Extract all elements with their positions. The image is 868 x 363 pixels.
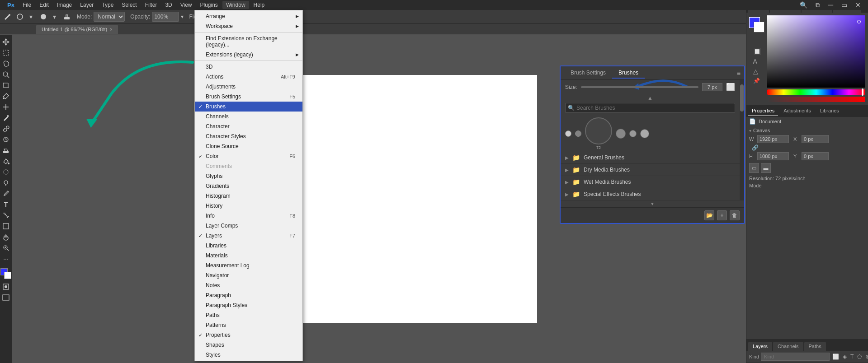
menu-actions[interactable]: Actions Alt+F9 — [195, 72, 302, 82]
menu-extensions-legacy[interactable]: Extensions (legacy) — [195, 50, 302, 60]
menu-character-styles[interactable]: Character Styles — [195, 131, 302, 141]
brush-options-icon[interactable] — [15, 12, 24, 21]
menu-window[interactable]: Window — [222, 1, 249, 9]
brush-preset-3-large[interactable]: 72 — [585, 117, 612, 150]
screen-mode[interactable] — [1, 293, 11, 302]
healing-tool[interactable] — [1, 102, 11, 112]
menu-paths[interactable]: Paths — [195, 310, 302, 320]
crop-tool[interactable] — [1, 80, 11, 90]
marquee-tool[interactable] — [1, 48, 11, 58]
tablet-icon[interactable]: ⬜ — [726, 83, 735, 91]
menu-help[interactable]: Help — [250, 1, 269, 9]
more-tools[interactable]: ··· — [1, 254, 11, 264]
stamp-icon[interactable] — [62, 12, 71, 21]
clone-stamp-tool[interactable] — [1, 124, 11, 134]
menu-layer-comps[interactable]: Layer Comps — [195, 221, 302, 231]
menu-histogram[interactable]: Histogram — [195, 191, 302, 201]
menu-libraries[interactable]: Libraries — [195, 241, 302, 251]
color-picker-icon[interactable]: 🔲 — [753, 48, 761, 55]
menu-materials[interactable]: Materials — [195, 251, 302, 261]
document-tab[interactable]: Untitled-1 @ 66/7% (RGB/8#) × — [36, 25, 118, 34]
filter-adjustment-icon[interactable]: ◈ — [842, 354, 848, 360]
brush-preset-4[interactable] — [616, 129, 626, 139]
color-spectrum[interactable] — [767, 15, 865, 88]
brush-preset-5[interactable] — [629, 130, 637, 137]
arrange-icon[interactable]: ⧉ — [812, 0, 824, 10]
height-input[interactable] — [757, 152, 789, 160]
dry-media-category[interactable]: ▶ 📁 Dry Media Brushes — [561, 164, 740, 176]
hand-tool[interactable] — [1, 232, 11, 242]
menu-find-extensions[interactable]: Find Extensions on Exchange (legacy)... — [195, 33, 302, 50]
properties-tab[interactable]: Properties — [748, 106, 778, 116]
menu-file[interactable]: File — [19, 1, 35, 9]
menu-select[interactable]: Select — [118, 1, 140, 9]
menu-gradients[interactable]: Gradients — [195, 181, 302, 191]
portrait-button[interactable]: ▭ — [749, 163, 759, 173]
quick-select-tool[interactable] — [1, 70, 11, 79]
minimize-button[interactable]: ─ — [825, 0, 837, 10]
menu-image[interactable]: Image — [53, 1, 75, 9]
hue-bar[interactable] — [767, 89, 865, 95]
size-slider[interactable] — [581, 86, 698, 88]
menu-filter[interactable]: Filter — [142, 1, 161, 9]
move-tool[interactable] — [1, 37, 11, 47]
menu-character[interactable]: Character — [195, 121, 302, 131]
filter-more-icon[interactable]: ⊕ — [864, 354, 868, 360]
menu-navigator[interactable]: Navigator — [195, 270, 302, 280]
brush-size-icon[interactable] — [39, 12, 48, 21]
menu-paragraph-styles[interactable]: Paragraph Styles — [195, 300, 302, 310]
lasso-tool[interactable] — [1, 59, 11, 69]
shape-tool[interactable] — [1, 221, 11, 231]
menu-paragraph[interactable]: Paragraph — [195, 290, 302, 300]
brush-preset-2[interactable] — [575, 130, 581, 137]
brushes-scroll-thumb[interactable] — [740, 84, 744, 112]
menu-view[interactable]: View — [177, 1, 196, 9]
text-tool-icon-right[interactable]: A — [753, 58, 761, 65]
brushes-scroll-track[interactable] — [740, 80, 744, 200]
filter-pixel-icon[interactable]: ⬜ — [831, 354, 840, 360]
search-icon[interactable]: 🔍 — [796, 0, 811, 9]
adjustments-tab[interactable]: Adjustments — [780, 106, 815, 116]
paint-bucket-tool[interactable] — [1, 156, 11, 166]
create-folder-button[interactable]: 📂 — [704, 210, 714, 220]
background-color-swatch[interactable] — [4, 272, 11, 279]
saturation-bar[interactable] — [767, 97, 865, 102]
brush-preset-6[interactable] — [640, 129, 649, 138]
brush-size-dropdown[interactable]: ▾ — [50, 12, 59, 21]
menu-properties[interactable]: Properties — [195, 330, 302, 340]
path-select-tool[interactable] — [1, 210, 11, 220]
menu-3d[interactable]: 3D — [195, 62, 302, 72]
menu-3d[interactable]: 3D — [161, 1, 175, 9]
menu-arrange[interactable]: Arrange — [195, 11, 302, 21]
brush-settings-tab[interactable]: Brush Settings — [564, 68, 612, 79]
special-effects-category[interactable]: ▶ 📁 Special Effects Brushes — [561, 188, 740, 200]
blur-tool[interactable] — [1, 167, 11, 177]
brushes-tab[interactable]: Brushes — [612, 68, 645, 79]
general-brushes-category[interactable]: ▶ 📁 General Brushes — [561, 152, 740, 164]
canvas-arrow[interactable]: ▾ — [749, 128, 751, 133]
opacity-dropdown[interactable]: ▾ — [181, 14, 184, 20]
text-tool[interactable]: T — [1, 200, 11, 209]
menu-layer[interactable]: Layer — [76, 1, 97, 9]
quick-mask-toggle[interactable] — [1, 282, 11, 292]
tab-close-button[interactable]: × — [110, 27, 113, 32]
menu-info[interactable]: Info F8 — [195, 211, 302, 221]
menu-clone-source[interactable]: Clone Source — [195, 141, 302, 151]
filter-shape-icon[interactable]: ⬠ — [856, 354, 863, 360]
wet-media-category[interactable]: ▶ 📁 Wet Media Brushes — [561, 176, 740, 188]
menu-plugins[interactable]: Plugins — [197, 1, 222, 9]
menu-edit[interactable]: Edit — [36, 1, 52, 9]
width-input[interactable] — [757, 135, 789, 143]
eyedropper-tool[interactable] — [1, 91, 11, 101]
mode-select[interactable]: Normal — [94, 12, 125, 22]
eraser-tool[interactable] — [1, 145, 11, 155]
pin-icon-right[interactable]: 📌 — [753, 78, 761, 84]
close-button[interactable]: ✕ — [852, 0, 864, 9]
menu-color[interactable]: Color F6 — [195, 151, 302, 161]
menu-type[interactable]: Type — [98, 1, 117, 9]
menu-brushes[interactable]: Brushes — [195, 102, 302, 112]
pen-tool[interactable] — [1, 189, 11, 199]
menu-layers[interactable]: Layers F7 — [195, 231, 302, 241]
menu-notes[interactable]: Notes — [195, 280, 302, 290]
size-input[interactable]: 7 px — [702, 83, 722, 91]
